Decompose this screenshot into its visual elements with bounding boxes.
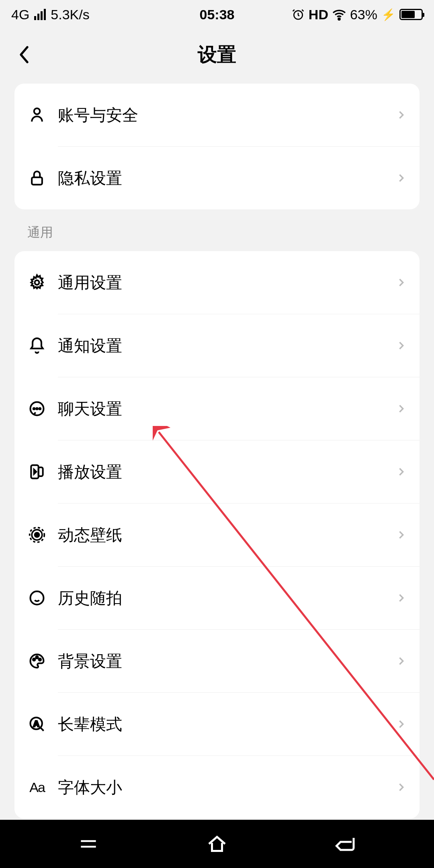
- row-font-size[interactable]: Aa 字体大小: [14, 756, 420, 819]
- svg-point-4: [35, 280, 39, 285]
- nav-back-button[interactable]: [330, 828, 362, 860]
- svg-point-2: [34, 108, 40, 115]
- chevron-right-icon: [395, 719, 407, 730]
- battery-icon: [399, 9, 423, 20]
- status-time: 05:38: [200, 7, 235, 23]
- svg-rect-10: [39, 467, 43, 476]
- settings-group-account: 账号与安全 隐私设置: [14, 84, 420, 209]
- chevron-right-icon: [395, 655, 407, 667]
- svg-point-12: [35, 533, 39, 537]
- elder-icon: A: [27, 714, 47, 734]
- hd-label: HD: [309, 7, 328, 23]
- svg-point-7: [36, 408, 38, 409]
- row-playback-settings[interactable]: 播放设置: [14, 440, 420, 503]
- back-icon: [334, 832, 358, 856]
- nav-recent-button[interactable]: [72, 828, 104, 860]
- gear-icon: [27, 273, 47, 292]
- svg-point-8: [39, 408, 41, 409]
- status-bar: 4G 5.3K/s 05:38 HD 63% ⚡: [0, 0, 434, 29]
- svg-point-18: [39, 659, 41, 661]
- row-label: 隐私设置: [58, 167, 395, 189]
- svg-point-1: [338, 18, 340, 20]
- svg-point-16: [33, 659, 35, 661]
- chevron-right-icon: [395, 782, 407, 793]
- row-label: 通用设置: [58, 272, 395, 294]
- palette-icon: [27, 651, 47, 671]
- chevron-right-icon: [395, 529, 407, 540]
- svg-text:A: A: [33, 719, 39, 728]
- row-label: 长辈模式: [58, 713, 395, 735]
- svg-marker-11: [34, 470, 37, 474]
- chevron-right-icon: [395, 403, 407, 414]
- row-label: 播放设置: [58, 461, 395, 483]
- row-label: 账号与安全: [58, 104, 395, 126]
- battery-pct: 63%: [350, 7, 377, 23]
- svg-point-17: [36, 656, 38, 659]
- menu-icon: [77, 833, 100, 855]
- home-icon: [205, 832, 229, 856]
- status-right: HD 63% ⚡: [292, 7, 423, 23]
- chevron-right-icon: [395, 172, 407, 184]
- back-button[interactable]: [14, 45, 34, 64]
- chevron-right-icon: [395, 466, 407, 477]
- svg-point-15: [31, 592, 44, 605]
- alarm-icon: [292, 8, 305, 21]
- row-label: 聊天设置: [58, 398, 395, 420]
- row-label: 动态壁纸: [58, 524, 395, 546]
- chevron-right-icon: [395, 340, 407, 351]
- row-privacy[interactable]: 隐私设置: [14, 147, 420, 209]
- page-header: 设置: [0, 29, 434, 80]
- row-background-settings[interactable]: 背景设置: [14, 630, 420, 692]
- section-label-general: 通用: [0, 209, 434, 251]
- play-icon: [27, 462, 47, 481]
- row-chat-settings[interactable]: 聊天设置: [14, 377, 420, 440]
- chevron-left-icon: [18, 45, 31, 64]
- row-account-security[interactable]: 账号与安全: [14, 84, 420, 146]
- row-live-wallpaper[interactable]: 动态壁纸: [14, 504, 420, 566]
- chevron-right-icon: [395, 109, 407, 121]
- wifi-icon: [332, 8, 346, 21]
- svg-rect-3: [32, 177, 42, 184]
- network-type: 4G: [11, 7, 29, 23]
- row-label: 背景设置: [58, 650, 395, 672]
- charging-icon: ⚡: [381, 8, 395, 21]
- row-label: 通知设置: [58, 335, 395, 357]
- nav-home-button[interactable]: [201, 828, 233, 860]
- wallpaper-icon: [27, 525, 47, 545]
- chat-icon: [27, 399, 47, 418]
- content-scroll[interactable]: 账号与安全 隐私设置 通用 通用设置 通知设置 聊天设置: [0, 80, 434, 820]
- row-general-settings[interactable]: 通用设置: [14, 251, 420, 314]
- clock-icon: [27, 588, 47, 608]
- signal-icon: [34, 9, 46, 20]
- status-left: 4G 5.3K/s: [11, 7, 90, 23]
- row-label: 字体大小: [58, 776, 395, 798]
- network-speed: 5.3K/s: [51, 7, 89, 23]
- settings-group-general: 通用设置 通知设置 聊天设置 播放设置 动态壁纸: [14, 251, 420, 819]
- row-history-shot[interactable]: 历史随拍: [14, 567, 420, 629]
- row-notification-settings[interactable]: 通知设置: [14, 314, 420, 377]
- row-label: 历史随拍: [58, 587, 395, 609]
- page-title: 设置: [198, 42, 236, 68]
- font-icon: Aa: [27, 778, 47, 797]
- svg-point-6: [33, 408, 35, 409]
- row-elder-mode[interactable]: A 长辈模式: [14, 693, 420, 755]
- person-icon: [27, 105, 47, 125]
- bell-icon: [27, 336, 47, 355]
- lock-icon: [27, 168, 47, 188]
- chevron-right-icon: [395, 277, 407, 288]
- system-nav-bar: [0, 820, 434, 868]
- chevron-right-icon: [395, 592, 407, 604]
